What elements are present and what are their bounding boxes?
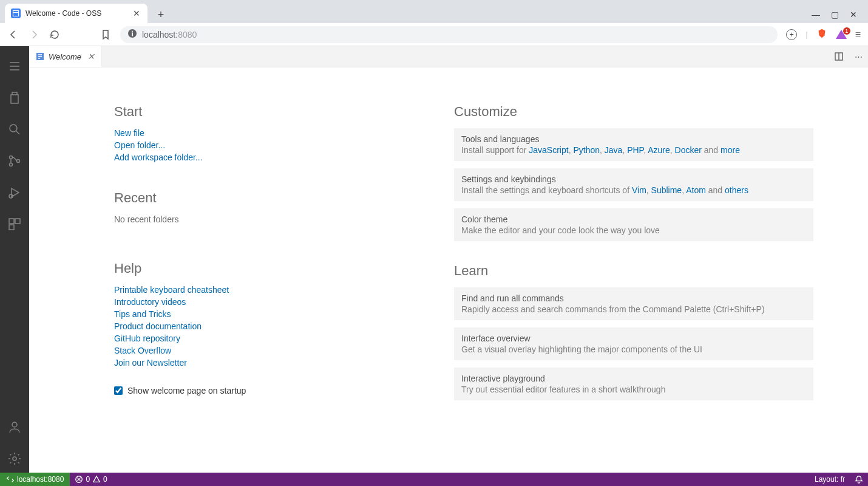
help-link-4[interactable]: GitHub repository	[114, 334, 418, 343]
minimize-icon[interactable]: —	[812, 10, 820, 19]
run-debug-icon[interactable]	[0, 179, 29, 207]
lang-link-php[interactable]: PHP	[627, 145, 643, 155]
browser-tab[interactable]: Welcome - Code - OSS ✕	[5, 4, 147, 23]
settings-gear-icon[interactable]	[0, 445, 29, 473]
link-new-file[interactable]: New file	[114, 128, 418, 138]
lang-link-azure[interactable]: Azure	[648, 145, 670, 155]
toolbar-right: + | 1 ≡	[786, 28, 861, 41]
editor-area: Welcome ✕ ⋯ Start New file Open folder..…	[29, 46, 868, 473]
svg-rect-11	[9, 225, 14, 230]
help-link-3[interactable]: Product documentation	[114, 321, 418, 331]
vscode-root: Welcome ✕ ⋯ Start New file Open folder..…	[0, 46, 868, 473]
editor-tab-close-icon[interactable]: ✕	[87, 52, 95, 61]
lang-link-python[interactable]: Python	[573, 145, 600, 155]
learn-heading: Learn	[454, 263, 813, 279]
card-commands-title: Find and run all commands	[461, 293, 806, 303]
accounts-icon[interactable]	[0, 413, 29, 441]
link-add-workspace[interactable]: Add workspace folder...	[114, 152, 418, 162]
link-more[interactable]: more	[721, 145, 740, 155]
card-tools[interactable]: Tools and languages Install support for …	[454, 128, 813, 161]
lang-link-javascript[interactable]: JavaScript	[529, 145, 568, 155]
card-tools-desc: Install support for JavaScript, Python, …	[461, 145, 806, 155]
editor-tab-welcome[interactable]: Welcome ✕	[29, 46, 101, 67]
split-editor-icon[interactable]	[829, 46, 849, 67]
search-icon[interactable]	[0, 115, 29, 143]
welcome-file-icon	[35, 52, 45, 61]
status-bar: localhost:8080 0 0 Layout: fr	[0, 473, 868, 486]
lang-link-atom[interactable]: Atom	[686, 185, 706, 195]
svg-point-12	[12, 422, 17, 427]
card-overview-desc: Get a visual overlay highlighting the ma…	[461, 344, 806, 354]
address-port: 8080	[178, 30, 197, 39]
extensions-icon[interactable]	[0, 210, 29, 238]
menu-toggle-icon[interactable]	[0, 52, 29, 80]
card-settings-desc: Install the settings and keyboard shortc…	[461, 185, 806, 195]
help-link-1[interactable]: Introductory videos	[114, 297, 418, 307]
bookmark-icon[interactable]	[100, 29, 112, 41]
card-theme[interactable]: Color theme Make the editor and your cod…	[454, 208, 813, 241]
card-theme-desc: Make the editor and your code look the w…	[461, 225, 806, 235]
lang-link-java[interactable]: Java	[605, 145, 623, 155]
help-link-5[interactable]: Stack Overflow	[114, 346, 418, 355]
window-controls: — ▢ ✕	[812, 10, 863, 23]
card-overview-title: Interface overview	[461, 334, 806, 343]
brave-shield-icon[interactable]	[816, 28, 827, 41]
card-playground-title: Interactive playground	[461, 374, 806, 383]
card-overview[interactable]: Interface overview Get a visual overlay …	[454, 327, 813, 360]
maximize-icon[interactable]: ▢	[831, 10, 839, 19]
brave-rewards-icon[interactable]: 1	[836, 30, 847, 39]
source-control-icon[interactable]	[0, 147, 29, 175]
editor-tab-bar: Welcome ✕ ⋯	[29, 46, 868, 67]
browser-toolbar: localhost:8080 + | 1 ≡	[0, 23, 868, 46]
help-link-6[interactable]: Join our Newsletter	[114, 358, 418, 368]
start-heading: Start	[114, 104, 418, 120]
more-actions-icon[interactable]: ⋯	[849, 46, 868, 67]
show-on-startup-label: Show welcome page on startup	[127, 386, 246, 395]
help-link-0[interactable]: Printable keyboard cheatsheet	[114, 285, 418, 295]
link-others[interactable]: others	[725, 185, 748, 195]
tab-close-icon[interactable]: ✕	[132, 9, 141, 18]
warnings-count: 0	[103, 475, 107, 484]
recent-empty: No recent folders	[114, 214, 418, 224]
svg-point-7	[17, 160, 20, 163]
svg-point-13	[13, 457, 16, 460]
new-tab-button[interactable]: +	[152, 6, 169, 23]
activity-bar	[0, 46, 29, 473]
card-settings[interactable]: Settings and keybindings Install the set…	[454, 168, 813, 201]
card-commands-desc: Rapidly access and search commands from …	[461, 304, 806, 314]
help-heading: Help	[114, 261, 418, 276]
tab-title: Welcome - Code - OSS	[25, 9, 127, 18]
editor-tab-label: Welcome	[49, 52, 81, 61]
lang-link-docker[interactable]: Docker	[675, 145, 702, 155]
address-bar[interactable]: localhost:8080	[120, 26, 778, 43]
show-on-startup-checkbox[interactable]	[114, 386, 123, 395]
lang-link-sublime[interactable]: Sublime	[651, 185, 682, 195]
remote-host: localhost:8080	[17, 475, 64, 484]
svg-rect-2	[132, 33, 133, 36]
keyboard-layout[interactable]: Layout: fr	[810, 473, 850, 486]
problems-indicator[interactable]: 0 0	[70, 473, 112, 486]
back-icon[interactable]	[7, 29, 19, 41]
menu-icon[interactable]: ≡	[855, 29, 861, 40]
forward-icon[interactable]	[28, 29, 40, 41]
help-link-2[interactable]: Tips and Tricks	[114, 309, 418, 319]
card-tools-title: Tools and languages	[461, 134, 806, 144]
browser-tab-strip: Welcome - Code - OSS ✕ + — ▢ ✕	[0, 0, 868, 23]
help-section: Help Printable keyboard cheatsheetIntrod…	[114, 261, 418, 395]
notifications-icon[interactable]	[850, 473, 868, 486]
add-circle-icon[interactable]: +	[786, 29, 797, 40]
lang-link-vim[interactable]: Vim	[632, 185, 646, 195]
site-info-icon[interactable]	[127, 29, 137, 40]
errors-count: 0	[86, 475, 90, 484]
card-commands[interactable]: Find and run all commands Rapidly access…	[454, 287, 813, 320]
reload-icon[interactable]	[49, 29, 61, 41]
link-open-folder[interactable]: Open folder...	[114, 140, 418, 150]
customize-heading: Customize	[454, 104, 813, 120]
close-window-icon[interactable]: ✕	[850, 10, 857, 19]
badge-count: 1	[843, 27, 850, 35]
card-playground[interactable]: Interactive playground Try out essential…	[454, 368, 813, 400]
remote-indicator[interactable]: localhost:8080	[0, 473, 70, 486]
explorer-icon[interactable]	[0, 84, 29, 112]
start-section: Start New file Open folder... Add worksp…	[114, 104, 418, 162]
favicon-icon	[11, 9, 21, 18]
